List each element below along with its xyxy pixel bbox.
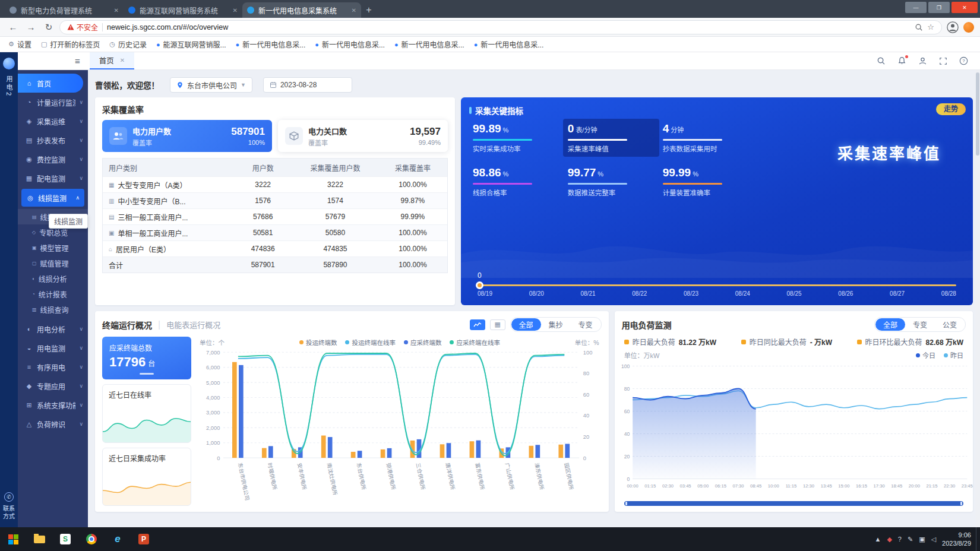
sidebar-subitem[interactable]: ◐线损分析 [18, 271, 88, 286]
tray-volume-icon[interactable]: ◁ [931, 536, 936, 543]
bookmark-item[interactable]: ●新一代用电信息采... [315, 39, 385, 49]
sidebar-subitem[interactable]: ▢赋值管理 [18, 255, 88, 271]
taskbar-chrome-button[interactable] [78, 527, 105, 551]
search-icon[interactable] [915, 23, 923, 31]
page-tab-label: 首页 [99, 55, 114, 66]
subitem-icon: ◐ [32, 276, 35, 281]
user-icon[interactable] [918, 56, 927, 65]
chart-zoom-slider[interactable] [624, 501, 963, 506]
sidebar-item-system-support[interactable]: ⊞系统支撑功能∨ [18, 395, 88, 414]
sidebar-subitem[interactable]: ▥线损查询 [18, 302, 88, 317]
tab-close-icon[interactable]: ✕ [233, 7, 238, 14]
bookmark-item[interactable]: ▢打开新的标签页 [41, 39, 100, 49]
org-select[interactable]: 东台市供电公司 ▼ [170, 77, 252, 93]
online-rate-card[interactable]: 近七日在线率 [102, 384, 191, 443]
sidebar-item-metering-monitor[interactable]: ◔计量运行监测∨ [18, 93, 88, 112]
filter-pill[interactable]: 集抄 [541, 318, 571, 331]
timeline-track[interactable]: 0 [478, 284, 956, 286]
collect-success-card[interactable]: 近七日采集成功率 [102, 448, 191, 506]
taskbar-explorer-button[interactable] [26, 527, 52, 551]
page-tab-home[interactable]: 首页 ✕ [90, 52, 134, 69]
taskbar-ie-button[interactable]: e [105, 527, 131, 551]
bookmark-star-icon[interactable]: ☆ [927, 23, 934, 31]
forward-button[interactable]: → [24, 20, 38, 34]
bookmark-item[interactable]: ●新一代用电信息采... [394, 39, 464, 49]
scrollbar-thumb[interactable] [976, 72, 979, 156]
sidebar-subitem[interactable]: ◔统计报表 [18, 286, 88, 302]
tab-close-icon[interactable]: ✕ [114, 7, 119, 14]
timeline-date: 08/24 [735, 290, 750, 297]
sidebar-item-orderly-power[interactable]: ≡有序用电∨ [18, 357, 88, 376]
table-view-toggle[interactable]: ▦ [490, 319, 505, 330]
filter-pill[interactable]: 专变 [571, 318, 600, 331]
sidebar-item-line-loss[interactable]: ◎线损监测∧ [21, 189, 84, 207]
window-close-button[interactable]: ✕ [951, 2, 978, 13]
back-button[interactable]: ← [6, 20, 20, 34]
taskbar-powerpoint-button[interactable]: P [131, 527, 157, 551]
address-bar[interactable]: 不安全 neweic.js.sgcc.com.cn/#/oc/overview … [59, 20, 942, 34]
gateway-card[interactable]: 电力关口数 覆盖率 19,597 99.49% [278, 120, 448, 152]
tray-pen-icon[interactable]: ✎ [908, 536, 913, 543]
filter-pill[interactable]: 全部 [875, 318, 905, 331]
table-row: ▤三相一般工商业用户...576865767999.99% [103, 208, 447, 224]
sidebar-item-special-apps[interactable]: ◆专题应用∨ [18, 376, 88, 395]
app-search-icon[interactable] [877, 56, 886, 65]
bookmark-item[interactable]: ●能源互联网营销服... [156, 39, 226, 49]
bookmark-item[interactable]: ◷历史记录 [109, 39, 147, 49]
bookmark-item[interactable]: ●新一代用电信息采... [236, 39, 306, 49]
terminal-tab-active[interactable]: 终端运行概况 [102, 319, 152, 331]
profile-avatar[interactable] [946, 20, 960, 34]
contact-entry[interactable]: ✆ 联系方式 [2, 492, 15, 520]
browser-menu-button[interactable] [963, 22, 974, 33]
sidebar-item-power-monitor[interactable]: ◒用电监测∨ [18, 338, 88, 357]
window-minimize-button[interactable]: — [905, 2, 927, 13]
refresh-button[interactable]: ↻ [42, 20, 56, 34]
power-users-card[interactable]: 电力用户数 覆盖率 587901 100% [102, 120, 272, 152]
tray-ime-icon[interactable]: ▣ [919, 536, 925, 543]
taskbar-wps-button[interactable]: S [52, 527, 78, 551]
tray-security-icon[interactable]: ◆ [887, 536, 892, 543]
date-picker[interactable]: 2023-08-28 [263, 77, 352, 93]
taskbar-clock[interactable]: 9:06 2023/8/29 [942, 531, 971, 548]
tray-expand-icon[interactable]: ▲ [874, 536, 881, 543]
start-button[interactable] [0, 527, 26, 551]
tab-close-icon[interactable]: ✕ [352, 7, 356, 14]
filter-pill[interactable]: 公变 [935, 318, 965, 331]
notification-bell-icon[interactable] [897, 56, 906, 65]
sidebar-subitem[interactable]: ▣模型管理 [18, 240, 88, 255]
sidebar-item-meter-reading[interactable]: ▤抄表发布∨ [18, 131, 88, 150]
show-desktop-button[interactable] [976, 527, 980, 551]
sidebar-collapse-icon[interactable]: ≡ [75, 56, 80, 66]
terminal-chart[interactable]: 01,0002,0003,0004,0005,0006,0007,0000204… [197, 347, 602, 506]
new-tab-button[interactable]: + [361, 2, 377, 18]
bookmark-item[interactable]: ●新一代用电信息采... [474, 39, 544, 49]
terminal-tab-inactive[interactable]: 电能表运行概况 [166, 319, 220, 330]
window-maximize-button[interactable]: ❐ [928, 2, 950, 13]
browser-tab[interactable]: 能源互联网营销服务系统✕ [124, 2, 242, 18]
sidebar-item-power-analysis[interactable]: ◐用电分析∨ [18, 319, 88, 338]
sidebar-item-distribution-monitor[interactable]: ▦配电监测∨ [18, 169, 88, 188]
sidebar-item-collection-ops[interactable]: ◈采集运维∨ [18, 112, 88, 131]
load-chart[interactable]: 02040608010000:0001:1502:3003:4505:0006:… [615, 360, 973, 500]
browser-tab[interactable]: 新一代用电信息采集系统✕ [242, 2, 361, 18]
terminal-total-card[interactable]: 应采终端总数 17796台 [102, 337, 191, 379]
page-scrollbar[interactable] [975, 70, 980, 527]
filter-pill[interactable]: 全部 [511, 318, 541, 331]
topic-icon: ◆ [25, 382, 33, 390]
filter-pill[interactable]: 专变 [905, 318, 935, 331]
tray-help-icon[interactable]: ? [898, 536, 902, 543]
browser-tab[interactable]: 新型电力负荷管理系统✕ [5, 2, 124, 18]
sidebar-item-load-identification[interactable]: △负荷辨识∨ [18, 414, 88, 433]
help-icon[interactable]: ? [959, 56, 968, 65]
bookmark-item[interactable]: ⚙设置 [8, 39, 31, 49]
trend-button[interactable]: 走势 [936, 103, 966, 115]
kpi-timeline[interactable]: 0 08/1908/2008/2108/2208/2308/2408/2508/… [478, 284, 956, 297]
coverage-cell-covered: 57679 [292, 213, 378, 221]
page-tab-close-icon[interactable]: ✕ [120, 57, 125, 64]
timeline-handle[interactable] [476, 281, 483, 289]
security-warning[interactable]: 不安全 [67, 22, 98, 32]
chart-view-toggle[interactable] [470, 319, 485, 330]
fullscreen-icon[interactable] [939, 57, 947, 65]
sidebar-item-fee-control[interactable]: ◉费控监测∨ [18, 150, 88, 169]
sidebar-item-home[interactable]: ⌂首页 [18, 74, 83, 93]
